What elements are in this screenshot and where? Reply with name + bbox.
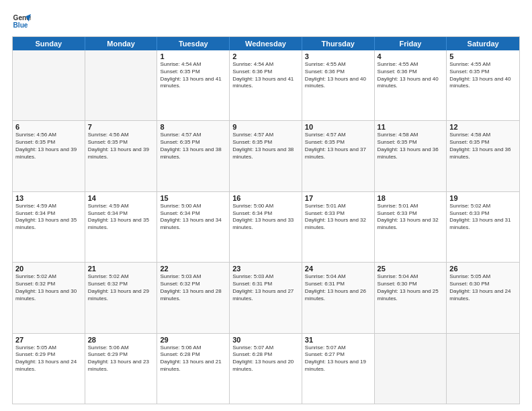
calendar-row-2: 6Sunrise: 4:56 AM Sunset: 6:35 PM Daylig… bbox=[13, 120, 519, 191]
cell-info: Sunrise: 5:00 AM Sunset: 6:34 PM Dayligh… bbox=[232, 203, 299, 232]
cal-cell-1-2 bbox=[85, 50, 158, 120]
cal-cell-3-7: 19Sunrise: 5:02 AM Sunset: 6:33 PM Dayli… bbox=[447, 192, 519, 262]
calendar: SundayMondayTuesdayWednesdayThursdayFrid… bbox=[12, 36, 520, 404]
cell-info: Sunrise: 4:59 AM Sunset: 6:34 PM Dayligh… bbox=[15, 203, 82, 232]
header: General Blue bbox=[12, 12, 520, 31]
cal-cell-4-4: 23Sunrise: 5:03 AM Sunset: 6:31 PM Dayli… bbox=[230, 263, 302, 332]
cal-cell-5-2: 28Sunrise: 5:06 AM Sunset: 6:29 PM Dayli… bbox=[85, 334, 158, 404]
day-number: 16 bbox=[232, 194, 299, 202]
cal-cell-5-7 bbox=[447, 334, 519, 404]
cal-cell-2-1: 6Sunrise: 4:56 AM Sunset: 6:35 PM Daylig… bbox=[13, 121, 85, 191]
cal-cell-2-7: 12Sunrise: 4:58 AM Sunset: 6:35 PM Dayli… bbox=[447, 121, 519, 191]
cell-info: Sunrise: 5:04 AM Sunset: 6:30 PM Dayligh… bbox=[378, 273, 444, 302]
svg-text:Blue: Blue bbox=[13, 21, 28, 29]
cal-cell-5-3: 29Sunrise: 5:06 AM Sunset: 6:28 PM Dayli… bbox=[157, 334, 230, 404]
cell-info: Sunrise: 4:57 AM Sunset: 6:35 PM Dayligh… bbox=[160, 132, 226, 161]
cell-info: Sunrise: 5:01 AM Sunset: 6:33 PM Dayligh… bbox=[305, 203, 371, 232]
cell-info: Sunrise: 5:02 AM Sunset: 6:32 PM Dayligh… bbox=[15, 273, 82, 302]
cal-cell-3-4: 16Sunrise: 5:00 AM Sunset: 6:34 PM Dayli… bbox=[230, 192, 302, 262]
cal-cell-4-2: 21Sunrise: 5:02 AM Sunset: 6:32 PM Dayli… bbox=[85, 263, 158, 332]
logo: General Blue bbox=[12, 12, 31, 31]
day-number: 8 bbox=[160, 123, 226, 131]
cal-cell-1-5: 3Sunrise: 4:55 AM Sunset: 6:36 PM Daylig… bbox=[302, 50, 375, 120]
day-number: 22 bbox=[160, 265, 226, 273]
cell-info: Sunrise: 5:03 AM Sunset: 6:32 PM Dayligh… bbox=[160, 273, 226, 302]
cell-info: Sunrise: 4:54 AM Sunset: 6:36 PM Dayligh… bbox=[232, 61, 299, 90]
cal-cell-5-5: 31Sunrise: 5:07 AM Sunset: 6:27 PM Dayli… bbox=[302, 334, 375, 404]
day-number: 30 bbox=[232, 336, 299, 344]
page: General Blue SundayMondayTuesdayWednesda… bbox=[0, 0, 532, 411]
cell-info: Sunrise: 5:03 AM Sunset: 6:31 PM Dayligh… bbox=[232, 273, 299, 302]
day-number: 3 bbox=[305, 52, 371, 60]
weekday-header-tuesday: Tuesday bbox=[157, 37, 230, 50]
day-number: 12 bbox=[449, 123, 517, 131]
cell-info: Sunrise: 4:55 AM Sunset: 6:35 PM Dayligh… bbox=[449, 61, 517, 90]
cell-info: Sunrise: 5:06 AM Sunset: 6:28 PM Dayligh… bbox=[160, 345, 226, 373]
cal-cell-4-1: 20Sunrise: 5:02 AM Sunset: 6:32 PM Dayli… bbox=[13, 263, 85, 332]
cell-info: Sunrise: 4:58 AM Sunset: 6:35 PM Dayligh… bbox=[378, 132, 444, 161]
cell-info: Sunrise: 5:02 AM Sunset: 6:32 PM Dayligh… bbox=[88, 273, 154, 302]
day-number: 29 bbox=[160, 336, 226, 344]
day-number: 23 bbox=[232, 265, 299, 273]
cell-info: Sunrise: 5:07 AM Sunset: 6:28 PM Dayligh… bbox=[232, 345, 299, 373]
cell-info: Sunrise: 4:54 AM Sunset: 6:35 PM Dayligh… bbox=[160, 61, 226, 90]
calendar-row-4: 20Sunrise: 5:02 AM Sunset: 6:32 PM Dayli… bbox=[13, 262, 519, 332]
cell-info: Sunrise: 5:06 AM Sunset: 6:29 PM Dayligh… bbox=[88, 345, 154, 373]
day-number: 24 bbox=[305, 265, 371, 273]
day-number: 25 bbox=[378, 265, 444, 273]
cal-cell-1-6: 4Sunrise: 4:55 AM Sunset: 6:36 PM Daylig… bbox=[375, 50, 447, 120]
cal-cell-2-5: 10Sunrise: 4:57 AM Sunset: 6:35 PM Dayli… bbox=[302, 121, 375, 191]
day-number: 11 bbox=[378, 123, 444, 131]
day-number: 13 bbox=[15, 194, 82, 202]
day-number: 31 bbox=[305, 336, 371, 344]
logo-icon: General Blue bbox=[12, 12, 31, 31]
day-number: 2 bbox=[232, 52, 299, 60]
cell-info: Sunrise: 5:05 AM Sunset: 6:30 PM Dayligh… bbox=[449, 273, 517, 302]
cell-info: Sunrise: 5:04 AM Sunset: 6:31 PM Dayligh… bbox=[305, 273, 371, 302]
calendar-body: 1Sunrise: 4:54 AM Sunset: 6:35 PM Daylig… bbox=[13, 50, 519, 404]
cal-cell-5-1: 27Sunrise: 5:05 AM Sunset: 6:29 PM Dayli… bbox=[13, 334, 85, 404]
weekday-header-wednesday: Wednesday bbox=[230, 37, 302, 50]
day-number: 5 bbox=[449, 52, 517, 60]
cal-cell-5-6 bbox=[375, 334, 447, 404]
cell-info: Sunrise: 4:59 AM Sunset: 6:34 PM Dayligh… bbox=[88, 203, 154, 232]
cal-cell-3-1: 13Sunrise: 4:59 AM Sunset: 6:34 PM Dayli… bbox=[13, 192, 85, 262]
cell-info: Sunrise: 4:58 AM Sunset: 6:35 PM Dayligh… bbox=[449, 132, 517, 161]
cell-info: Sunrise: 4:56 AM Sunset: 6:35 PM Dayligh… bbox=[88, 132, 154, 161]
cal-cell-2-3: 8Sunrise: 4:57 AM Sunset: 6:35 PM Daylig… bbox=[157, 121, 230, 191]
day-number: 15 bbox=[160, 194, 226, 202]
cal-cell-5-4: 30Sunrise: 5:07 AM Sunset: 6:28 PM Dayli… bbox=[230, 334, 302, 404]
cell-info: Sunrise: 4:55 AM Sunset: 6:36 PM Dayligh… bbox=[305, 61, 371, 90]
cal-cell-1-7: 5Sunrise: 4:55 AM Sunset: 6:35 PM Daylig… bbox=[447, 50, 519, 120]
day-number: 26 bbox=[449, 265, 517, 273]
cal-cell-2-4: 9Sunrise: 4:57 AM Sunset: 6:35 PM Daylig… bbox=[230, 121, 302, 191]
cal-cell-4-3: 22Sunrise: 5:03 AM Sunset: 6:32 PM Dayli… bbox=[157, 263, 230, 332]
cell-info: Sunrise: 5:00 AM Sunset: 6:34 PM Dayligh… bbox=[160, 203, 226, 232]
calendar-row-3: 13Sunrise: 4:59 AM Sunset: 6:34 PM Dayli… bbox=[13, 191, 519, 262]
day-number: 14 bbox=[88, 194, 154, 202]
cal-cell-2-2: 7Sunrise: 4:56 AM Sunset: 6:35 PM Daylig… bbox=[85, 121, 158, 191]
day-number: 9 bbox=[232, 123, 299, 131]
cell-info: Sunrise: 4:57 AM Sunset: 6:35 PM Dayligh… bbox=[305, 132, 371, 161]
day-number: 10 bbox=[305, 123, 371, 131]
day-number: 20 bbox=[15, 265, 82, 273]
day-number: 19 bbox=[449, 194, 517, 202]
cell-info: Sunrise: 5:02 AM Sunset: 6:33 PM Dayligh… bbox=[449, 203, 517, 232]
weekday-header-monday: Monday bbox=[85, 37, 158, 50]
weekday-header-friday: Friday bbox=[375, 37, 447, 50]
cal-cell-4-7: 26Sunrise: 5:05 AM Sunset: 6:30 PM Dayli… bbox=[447, 263, 519, 332]
cal-cell-1-3: 1Sunrise: 4:54 AM Sunset: 6:35 PM Daylig… bbox=[157, 50, 230, 120]
cal-cell-3-3: 15Sunrise: 5:00 AM Sunset: 6:34 PM Dayli… bbox=[157, 192, 230, 262]
cell-info: Sunrise: 4:57 AM Sunset: 6:35 PM Dayligh… bbox=[232, 132, 299, 161]
day-number: 28 bbox=[88, 336, 154, 344]
cell-info: Sunrise: 5:05 AM Sunset: 6:29 PM Dayligh… bbox=[15, 345, 82, 373]
day-number: 18 bbox=[378, 194, 444, 202]
day-number: 4 bbox=[378, 52, 444, 60]
cal-cell-4-5: 24Sunrise: 5:04 AM Sunset: 6:31 PM Dayli… bbox=[302, 263, 375, 332]
weekday-header-saturday: Saturday bbox=[447, 37, 519, 50]
weekday-header-sunday: Sunday bbox=[13, 37, 85, 50]
cell-info: Sunrise: 5:07 AM Sunset: 6:27 PM Dayligh… bbox=[305, 345, 371, 373]
cal-cell-4-6: 25Sunrise: 5:04 AM Sunset: 6:30 PM Dayli… bbox=[375, 263, 447, 332]
cal-cell-2-6: 11Sunrise: 4:58 AM Sunset: 6:35 PM Dayli… bbox=[375, 121, 447, 191]
cal-cell-1-4: 2Sunrise: 4:54 AM Sunset: 6:36 PM Daylig… bbox=[230, 50, 302, 120]
